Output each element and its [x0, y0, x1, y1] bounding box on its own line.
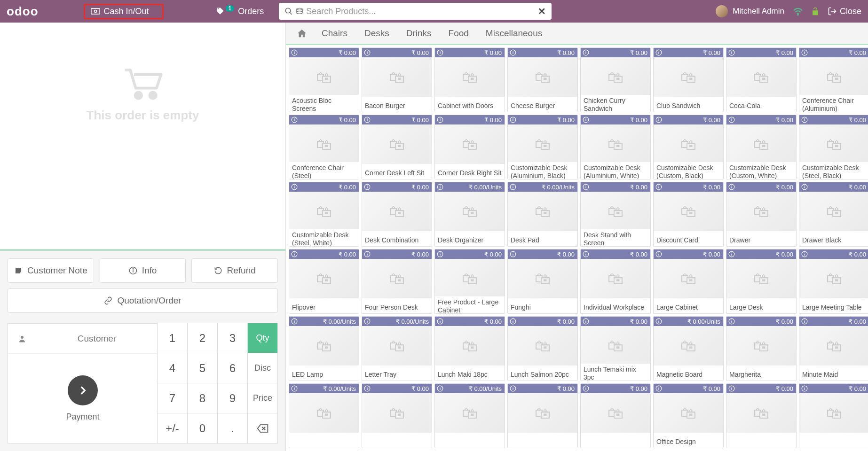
product-card[interactable]: ₹ 0.00/Units🛍Magnetic Board — [653, 316, 724, 381]
product-card[interactable]: ₹ 0.00🛍Four Person Desk — [362, 249, 432, 314]
product-card[interactable]: ₹ 0.00🛍Club Sandwich — [653, 47, 724, 112]
customer-note-button[interactable]: Customer Note — [8, 258, 94, 283]
category-tab[interactable]: Food — [440, 23, 477, 43]
mode-price[interactable]: Price — [247, 383, 278, 413]
product-card[interactable]: ₹ 0.00🛍Large Desk — [726, 249, 797, 314]
info-icon[interactable] — [289, 249, 300, 259]
product-card[interactable]: ₹ 0.00/Units🛍Letter Tray — [362, 316, 432, 381]
info-icon[interactable] — [654, 48, 664, 57]
mode-qty[interactable]: Qty — [247, 323, 278, 353]
close-button[interactable]: Close — [828, 7, 861, 16]
product-card[interactable]: ₹ 0.00🛍Funghi — [507, 249, 578, 314]
info-icon[interactable] — [726, 115, 737, 124]
product-card[interactable]: ₹ 0.00🛍Drawer — [726, 182, 797, 247]
payment-button[interactable]: Payment — [8, 354, 158, 443]
info-icon[interactable] — [435, 48, 445, 57]
clear-search-icon[interactable]: ✕ — [538, 6, 546, 17]
product-card[interactable]: ₹ 0.00🛍Lunch Temaki mix 3pc — [580, 316, 651, 381]
product-card[interactable]: ₹ 0.00🛍Customizable Desk (Aluminium, Whi… — [580, 115, 651, 179]
info-icon[interactable] — [654, 115, 664, 124]
product-card[interactable]: ₹ 0.00🛍Desk Stand with Screen — [580, 182, 651, 247]
product-card[interactable]: ₹ 0.00🛍Drawer Black — [799, 182, 868, 247]
info-icon[interactable] — [581, 249, 591, 259]
product-card[interactable]: ₹ 0.00🛍 — [799, 383, 868, 448]
info-icon[interactable] — [362, 48, 372, 57]
info-icon[interactable] — [581, 384, 591, 393]
product-card[interactable]: ₹ 0.00🛍Conference Chair (Steel) — [289, 115, 359, 179]
product-card[interactable]: ₹ 0.00/Units🛍 — [434, 383, 505, 448]
product-card[interactable]: ₹ 0.00🛍Corner Desk Right Sit — [434, 115, 505, 179]
info-icon[interactable] — [654, 182, 664, 192]
cash-in-out-button[interactable]: Cash In/Out — [84, 4, 164, 19]
info-icon[interactable] — [726, 249, 737, 259]
category-tab[interactable]: Drinks — [398, 23, 440, 43]
product-card[interactable]: ₹ 0.00🛍 — [507, 383, 578, 448]
product-card[interactable]: ₹ 0.00🛍Bacon Burger — [362, 47, 432, 112]
numkey-6[interactable]: 6 — [217, 353, 248, 383]
info-icon[interactable] — [581, 115, 591, 124]
refund-button[interactable]: Refund — [191, 258, 278, 283]
product-card[interactable]: ₹ 0.00🛍Individual Workplace — [580, 249, 651, 314]
info-icon[interactable] — [508, 249, 518, 259]
product-card[interactable]: ₹ 0.00🛍Flipover — [289, 249, 359, 314]
numkey-4[interactable]: 4 — [157, 353, 188, 383]
info-icon[interactable] — [508, 317, 518, 326]
numkey-dot[interactable]: . — [217, 413, 248, 443]
info-icon[interactable] — [799, 48, 810, 57]
info-icon[interactable] — [362, 384, 372, 393]
product-card[interactable]: ₹ 0.00🛍Coca-Cola — [726, 47, 797, 112]
info-icon[interactable] — [362, 115, 372, 124]
info-icon[interactable] — [362, 182, 372, 192]
info-icon[interactable] — [435, 249, 445, 259]
product-card[interactable]: ₹ 0.00/Units🛍Desk Pad — [507, 182, 578, 247]
info-icon[interactable] — [435, 317, 445, 326]
info-icon[interactable] — [362, 317, 372, 326]
product-card[interactable]: ₹ 0.00🛍Cabinet with Doors — [434, 47, 505, 112]
product-card[interactable]: ₹ 0.00🛍Large Cabinet — [653, 249, 724, 314]
user-menu[interactable]: Mitchell Admin — [716, 5, 784, 17]
product-card[interactable]: ₹ 0.00🛍Office Design — [653, 383, 724, 448]
search-box[interactable]: ✕ — [279, 3, 552, 20]
product-card[interactable]: ₹ 0.00🛍Margherita — [726, 316, 797, 381]
info-icon[interactable] — [799, 384, 810, 393]
info-icon[interactable] — [726, 182, 737, 192]
product-card[interactable]: ₹ 0.00🛍Large Meeting Table — [799, 249, 868, 314]
product-card[interactable]: ₹ 0.00🛍Conference Chair (Aluminium) — [799, 47, 868, 112]
product-card[interactable]: ₹ 0.00🛍Chicken Curry Sandwich — [580, 47, 651, 112]
category-tab[interactable]: Desks — [356, 23, 398, 43]
product-card[interactable]: ₹ 0.00🛍Customizable Desk (Steel, Black) — [799, 115, 868, 179]
customer-button[interactable]: Customer — [8, 324, 158, 354]
numkey-plusminus[interactable]: +/- — [157, 413, 188, 443]
info-icon[interactable] — [799, 182, 810, 192]
info-icon[interactable] — [435, 182, 445, 192]
product-card[interactable]: ₹ 0.00🛍Free Product - Large Cabinet — [434, 249, 505, 314]
product-card[interactable]: ₹ 0.00🛍Customizable Desk (Custom, Black) — [653, 115, 724, 179]
numkey-1[interactable]: 1 — [157, 323, 188, 353]
unlock-icon[interactable] — [811, 7, 820, 16]
numkey-2[interactable]: 2 — [187, 323, 218, 353]
numkey-5[interactable]: 5 — [187, 353, 218, 383]
product-card[interactable]: ₹ 0.00/Units🛍Desk Organizer — [434, 182, 505, 247]
numkey-0[interactable]: 0 — [187, 413, 218, 443]
product-card[interactable]: ₹ 0.00🛍 — [362, 383, 432, 448]
category-tab[interactable]: Miscellaneous — [477, 23, 551, 43]
product-card[interactable]: ₹ 0.00🛍Desk Combination — [362, 182, 432, 247]
search-input[interactable] — [306, 7, 535, 16]
info-icon[interactable] — [289, 317, 300, 326]
numkey-8[interactable]: 8 — [187, 383, 218, 413]
info-icon[interactable] — [289, 48, 300, 57]
info-icon[interactable] — [508, 182, 518, 192]
info-icon[interactable] — [799, 249, 810, 259]
info-icon[interactable] — [289, 384, 300, 393]
info-icon[interactable] — [726, 317, 737, 326]
product-card[interactable]: ₹ 0.00🛍Minute Maid — [799, 316, 868, 381]
info-icon[interactable] — [799, 115, 810, 124]
info-icon[interactable] — [289, 115, 300, 124]
info-icon[interactable] — [289, 182, 300, 192]
numkey-3[interactable]: 3 — [217, 323, 248, 353]
product-card[interactable]: ₹ 0.00🛍Acoustic Bloc Screens — [289, 47, 359, 112]
product-card[interactable]: ₹ 0.00/Units🛍LED Lamp — [289, 316, 359, 381]
product-card[interactable]: ₹ 0.00🛍Cheese Burger — [507, 47, 578, 112]
mode-disc[interactable]: Disc — [247, 353, 278, 383]
info-icon[interactable] — [581, 182, 591, 192]
